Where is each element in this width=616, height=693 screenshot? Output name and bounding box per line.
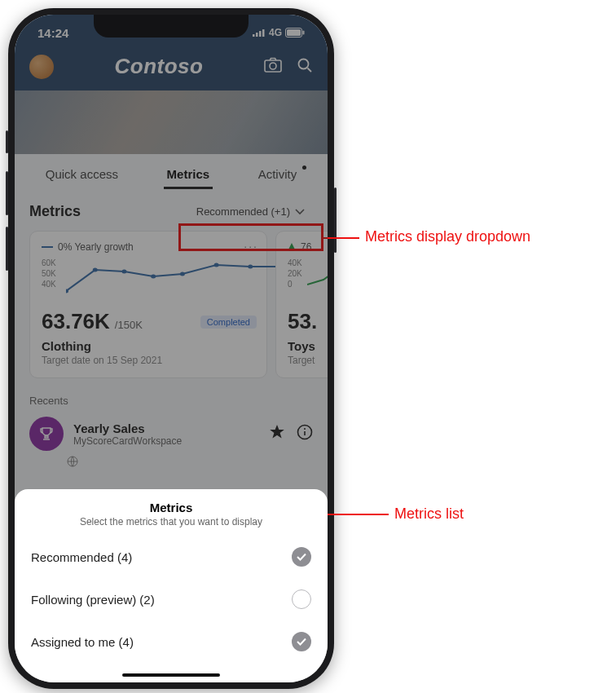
svg-rect-2 <box>259 31 262 37</box>
option-label: Assigned to me (4) <box>31 635 134 649</box>
tab-label: Quick access <box>46 167 118 181</box>
svg-point-17 <box>248 265 253 269</box>
trend-text: 0% Yearly growth <box>58 241 134 253</box>
annotation-label-list: Metrics list <box>394 505 464 523</box>
metric-value: 53. <box>288 309 325 334</box>
avatar[interactable] <box>29 55 54 79</box>
recent-item[interactable]: Yearly Sales MyScoreCardWorkspace <box>15 412 328 456</box>
svg-point-15 <box>180 272 185 276</box>
metric-card-clothing[interactable]: 0% Yearly growth ··· 60K 50K 40K 63.76K … <box>29 231 267 378</box>
trend-label: 0% Yearly growth <box>42 241 255 253</box>
tab-label: Metrics <box>167 167 210 181</box>
svg-point-8 <box>270 63 276 69</box>
svg-point-9 <box>298 59 308 68</box>
metric-name: Clothing <box>42 339 255 353</box>
notification-dot-icon <box>302 166 306 170</box>
metric-target: Target date on 15 Sep 2021 <box>42 355 255 366</box>
recent-title: Yearly Sales <box>73 422 182 435</box>
trend-text: 76 <box>301 241 311 253</box>
svg-marker-19 <box>288 243 296 251</box>
tab-metrics[interactable]: Metrics <box>164 162 213 189</box>
tab-activity[interactable]: Activity <box>255 162 301 189</box>
status-right: 4G <box>253 27 305 38</box>
screen: 14:24 4G Contoso <box>15 15 328 682</box>
recents-label: Recents <box>15 383 328 412</box>
trend-up-icon <box>288 243 296 251</box>
status-time: 14:24 <box>37 26 68 40</box>
svg-point-23 <box>304 428 306 430</box>
battery-icon <box>285 28 305 38</box>
metrics-selection-sheet: Metrics Select the metrics that you want… <box>15 489 328 682</box>
option-label: Following (preview) (2) <box>31 593 155 607</box>
globe-icon <box>67 456 78 470</box>
metrics-cards[interactable]: 0% Yearly growth ··· 60K 50K 40K 63.76K … <box>15 226 328 383</box>
home-indicator[interactable] <box>122 673 220 677</box>
search-icon[interactable] <box>297 57 313 77</box>
svg-line-10 <box>307 68 311 72</box>
phone-volume-up <box>6 171 8 215</box>
unchecked-icon <box>292 589 311 609</box>
metric-target: Target <box>288 355 325 366</box>
star-icon[interactable] <box>269 424 285 444</box>
svg-rect-0 <box>253 34 255 37</box>
metric-card-toys[interactable]: 76 40K 20K 0 53. Toys Target <box>275 231 328 378</box>
tab-bar: Quick access Metrics Activity <box>15 154 328 189</box>
dropdown-label: Recommended (+1) <box>196 205 290 218</box>
svg-rect-7 <box>265 60 281 72</box>
option-recommended[interactable]: Recommended (4) <box>15 536 328 578</box>
tab-label: Activity <box>258 167 297 181</box>
app-header: Contoso <box>15 51 328 90</box>
hero-image <box>15 90 328 154</box>
check-icon <box>292 632 311 651</box>
trend-label: 76 <box>288 241 325 253</box>
phone-side-button <box>6 130 8 153</box>
section-title: Metrics <box>29 203 81 220</box>
recent-subtitle: MyScoreCardWorkspace <box>73 435 182 447</box>
svg-point-13 <box>121 270 126 274</box>
svg-point-14 <box>151 275 156 279</box>
sheet-header: Metrics Select the metrics that you want… <box>15 489 328 536</box>
brand-title: Contoso <box>115 54 204 79</box>
signal-icon <box>253 29 266 37</box>
value: 53. <box>288 309 317 334</box>
sheet-subtitle: Select the metrics that you want to disp… <box>28 516 315 527</box>
sparkline-chart <box>307 262 328 301</box>
annotation-label-dropdown: Metrics display dropdown <box>365 228 530 245</box>
section-header: Metrics Recommended (+1) <box>15 189 328 226</box>
trophy-icon <box>29 417 64 451</box>
annotation-line <box>328 514 389 515</box>
phone-volume-down <box>6 227 8 271</box>
notch <box>94 15 249 38</box>
svg-marker-20 <box>270 425 284 439</box>
chevron-down-icon <box>295 205 305 218</box>
option-following[interactable]: Following (preview) (2) <box>15 578 328 620</box>
annotation-line <box>323 237 359 239</box>
info-icon[interactable] <box>297 424 313 444</box>
trend-line-icon <box>42 246 53 248</box>
recent-text: Yearly Sales MyScoreCardWorkspace <box>73 422 182 447</box>
svg-rect-1 <box>256 33 258 37</box>
tab-quick-access[interactable]: Quick access <box>42 162 121 189</box>
phone-frame: 14:24 4G Contoso <box>8 8 334 689</box>
status-badge: Completed <box>200 316 257 329</box>
metric-name: Toys <box>288 339 325 353</box>
value: 63.76K <box>42 309 110 334</box>
check-icon <box>292 547 311 567</box>
camera-icon[interactable] <box>264 57 282 77</box>
sparkline-chart <box>66 262 279 301</box>
value-of: /150K <box>115 319 143 331</box>
svg-rect-5 <box>287 29 301 36</box>
option-label: Recommended (4) <box>31 550 132 564</box>
network-label: 4G <box>269 27 282 38</box>
svg-point-16 <box>214 263 219 267</box>
svg-rect-6 <box>303 31 305 35</box>
sheet-title: Metrics <box>28 501 315 514</box>
more-icon[interactable]: ··· <box>244 240 258 253</box>
metrics-display-dropdown[interactable]: Recommended (+1) <box>188 202 313 221</box>
option-assigned[interactable]: Assigned to me (4) <box>15 620 328 663</box>
recent-meta-icon-row <box>15 456 328 470</box>
svg-rect-3 <box>262 29 265 37</box>
svg-point-12 <box>93 268 98 272</box>
phone-power-button <box>334 188 337 253</box>
